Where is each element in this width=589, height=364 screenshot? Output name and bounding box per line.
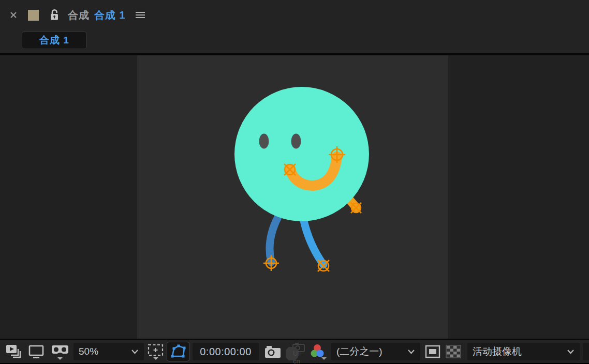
show-snapshot-button[interactable]: UI-cn — [282, 341, 308, 363]
resolution-dropdown[interactable]: (二分之一) — [331, 343, 420, 360]
left-leg-shape[interactable] — [270, 217, 278, 262]
panel-title: 合成 合成 1 — [68, 0, 126, 30]
composition-panel: 合成 合成 1 合成 1 — [0, 0, 589, 364]
right-leg-shape[interactable] — [303, 219, 323, 265]
tab-label: 合成 1 — [39, 34, 69, 47]
mask-path-visibility-toggle[interactable] — [167, 342, 189, 361]
panel-color-swatch[interactable] — [28, 0, 39, 30]
panel-title-prefix: 合成 — [68, 8, 90, 22]
timecode-value: 0:00:00:00 — [200, 346, 252, 358]
swatch-color — [28, 10, 39, 21]
primary-viewer-button[interactable] — [28, 345, 44, 359]
magnification-dropdown[interactable]: 50% — [73, 343, 144, 360]
tab-composition-1[interactable]: 合成 1 — [22, 32, 87, 49]
mask-path-visibility-icon — [170, 344, 186, 359]
panel-menu-button[interactable] — [135, 0, 145, 30]
panel-title-name: 合成 1 — [94, 8, 126, 22]
viewer-pasteboard[interactable] — [0, 55, 589, 339]
snapshot-camera-icon — [264, 345, 281, 358]
show-channels-button[interactable] — [310, 344, 328, 360]
always-preview-button[interactable] — [6, 344, 22, 360]
clipped-toolbar-button[interactable] — [583, 343, 589, 360]
grid-guides-icon — [147, 343, 165, 360]
region-of-interest-icon — [425, 345, 440, 358]
camera-view-dropdown[interactable]: 活动摄像机 — [467, 343, 580, 360]
take-snapshot-button[interactable] — [264, 345, 281, 358]
vr-view-icon — [51, 344, 69, 360]
current-time-display[interactable]: 0:00:00:00 — [193, 343, 259, 360]
viewer-toolbar: 50% 0:00:00:00 — [0, 340, 589, 363]
chevron-down-icon — [131, 349, 139, 354]
chevron-down-icon — [567, 349, 575, 354]
grid-guides-button[interactable] — [147, 343, 165, 360]
magnification-value: 50% — [79, 346, 127, 357]
close-icon — [9, 11, 18, 19]
camera-view-value: 活动摄像机 — [473, 345, 563, 358]
resolution-value: (二分之一) — [336, 345, 403, 358]
tab-row: 合成 1 — [0, 30, 589, 53]
hamburger-menu-icon — [135, 11, 145, 19]
transparency-grid-icon — [446, 345, 461, 358]
anchor-left-foot[interactable] — [263, 255, 279, 271]
face-shape[interactable] — [234, 87, 369, 221]
character-artwork — [0, 55, 589, 339]
close-panel-button[interactable] — [9, 0, 18, 30]
watermark-label: UI-cn — [293, 350, 308, 364]
lock-panel-button[interactable] — [49, 0, 60, 30]
left-eye-shape[interactable] — [259, 134, 269, 149]
chevron-down-icon — [407, 349, 415, 354]
3d-view-button[interactable] — [51, 344, 69, 360]
panel-header: 合成 合成 1 — [0, 0, 589, 30]
channels-icon — [310, 344, 328, 360]
region-of-interest-button[interactable] — [425, 345, 440, 358]
always-preview-icon — [6, 344, 22, 360]
unlock-icon — [49, 9, 60, 21]
primary-viewer-icon — [28, 345, 44, 359]
right-eye-shape[interactable] — [291, 134, 301, 149]
transparency-grid-button[interactable] — [446, 345, 461, 358]
